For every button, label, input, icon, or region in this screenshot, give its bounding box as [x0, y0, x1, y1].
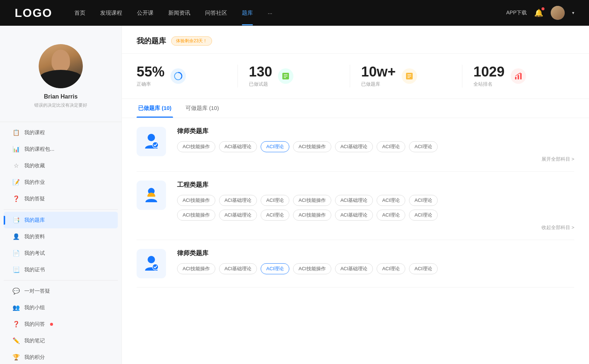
- tag-e1-r1-6[interactable]: ACI理论: [409, 195, 438, 206]
- svg-point-12: [148, 134, 155, 141]
- nav-qbank[interactable]: 题库: [242, 10, 253, 17]
- sidebar-item-my-collection[interactable]: ☆ 我的收藏: [4, 157, 118, 174]
- sidebar-item-my-bundle[interactable]: 📊 我的课程包...: [4, 141, 118, 157]
- tag-e1-r2-3[interactable]: ACI技能操作: [293, 210, 331, 221]
- menu-label-my-exam: 我的考试: [24, 250, 45, 257]
- navbar: LOGO 首页 发现课程 公开课 新闻资讯 问答社区 题库 ··· APP下载 …: [0, 0, 589, 26]
- tag-e1-r1-1[interactable]: ACI基础理论: [219, 195, 257, 206]
- collection-icon: ☆: [13, 162, 20, 169]
- tag-l2-3[interactable]: ACI技能操作: [293, 263, 331, 274]
- notification-bell[interactable]: 🔔: [534, 8, 543, 17]
- stat-accuracy-content: 55% 正确率: [137, 65, 165, 88]
- qa-icon: ❓: [13, 195, 20, 202]
- main-layout: Brian Harris 错误的决定比没有决定要好 📋 我的课程 📊 我的课程包…: [0, 26, 589, 364]
- tag-l1-4[interactable]: ACI基础理论: [335, 141, 373, 152]
- tag-e1-r2-5[interactable]: ACI理论: [377, 210, 405, 221]
- tag-e1-r1-3[interactable]: ACI技能操作: [293, 195, 331, 206]
- tag-e1-r2-0[interactable]: ACI技能操作: [177, 210, 215, 221]
- stat-banks-done-content: 10w+ 已做题库: [361, 65, 396, 88]
- main-content: 我的题库 体验剩余23天！ 55% 正确率: [121, 26, 589, 364]
- info-icon: 👤: [13, 233, 20, 240]
- logo: LOGO: [15, 6, 52, 20]
- tag-e1-r1-2[interactable]: ACI理论: [261, 195, 289, 206]
- user-avatar[interactable]: [551, 6, 565, 20]
- sidebar-item-my-cert[interactable]: 📃 我的证书: [4, 261, 118, 278]
- sidebar-item-my-exam[interactable]: 📄 我的考试: [4, 245, 118, 261]
- nav-news[interactable]: 新闻资讯: [168, 10, 190, 17]
- tag-l1-1[interactable]: ACI基础理论: [219, 141, 257, 152]
- tab-todo[interactable]: 可做题库 (10): [184, 99, 221, 118]
- tags-row1-engineer1: ACI技能操作 ACI基础理论 ACI理论 ACI技能操作 ACI基础理论 AC…: [177, 195, 574, 206]
- tag-l2-5[interactable]: ACI理论: [377, 263, 405, 274]
- menu-label-my-qbank: 我的题库: [24, 217, 45, 224]
- profile-avatar: [39, 44, 83, 88]
- nav-links: 首页 发现课程 公开课 新闻资讯 问答社区 题库 ···: [74, 10, 506, 17]
- menu-label-my-points: 我的积分: [24, 354, 45, 361]
- oneone-icon: 💬: [13, 288, 20, 295]
- tag-e1-r2-6[interactable]: ACI理论: [409, 210, 438, 221]
- stat-questions-done-value: 130: [249, 65, 272, 79]
- svg-rect-10: [518, 75, 519, 79]
- avatar-image: [39, 44, 83, 88]
- sidebar-item-my-group[interactable]: 👥 我的小组: [4, 299, 118, 316]
- tags-row2-engineer1: ACI技能操作 ACI基础理论 ACI理论 ACI技能操作 ACI基础理论 AC…: [177, 210, 574, 221]
- tag-l2-4[interactable]: ACI基础理论: [335, 263, 373, 274]
- stat-accuracy-icon: [170, 68, 186, 84]
- tag-l1-2[interactable]: ACI理论: [261, 141, 289, 152]
- points-icon: 🏆: [13, 354, 20, 361]
- tab-done[interactable]: 已做题库 (10): [137, 99, 173, 118]
- divider3: [4, 280, 118, 281]
- qbank-name-lawyer2: 律师类题库: [177, 249, 574, 257]
- tag-l1-3[interactable]: ACI技能操作: [293, 141, 331, 152]
- sidebar-item-my-points[interactable]: 🏆 我的积分: [4, 349, 118, 364]
- sidebar-item-my-info[interactable]: 👤 我的资料: [4, 228, 118, 245]
- tag-l2-6[interactable]: ACI理论: [409, 263, 438, 274]
- menu-label-my-info: 我的资料: [24, 233, 45, 240]
- qbank-name-lawyer1: 律师类题库: [177, 127, 574, 135]
- tag-e1-r2-2[interactable]: ACI理论: [261, 210, 289, 221]
- qbank-icon-lawyer1: [137, 127, 166, 156]
- sidebar-item-my-course[interactable]: 📋 我的课程: [4, 124, 118, 141]
- tag-l2-2[interactable]: ACI理论: [261, 263, 289, 274]
- expand-lawyer1[interactable]: 展开全部科目 >: [177, 156, 574, 163]
- expand-engineer1[interactable]: 收起全部科目 >: [177, 224, 574, 231]
- tag-l1-5[interactable]: ACI理论: [377, 141, 405, 152]
- tag-e1-r1-4[interactable]: ACI基础理论: [335, 195, 373, 206]
- homework-icon: 📝: [13, 179, 20, 186]
- tag-e1-r1-5[interactable]: ACI理论: [377, 195, 405, 206]
- nav-more[interactable]: ···: [268, 10, 272, 16]
- page-title: 我的题库: [137, 36, 166, 46]
- nav-home[interactable]: 首页: [74, 10, 85, 17]
- sidebar-item-my-questions[interactable]: ❓ 我的问答: [4, 316, 118, 332]
- tag-e1-r2-1[interactable]: ACI基础理论: [219, 210, 257, 221]
- tag-l1-0[interactable]: ACI技能操作: [177, 141, 215, 152]
- sidebar-item-my-homework[interactable]: 📝 我的作业: [4, 174, 118, 190]
- tag-l1-6[interactable]: ACI理论: [409, 141, 438, 152]
- qbank-icon-lawyer2: [137, 249, 166, 278]
- stat-rank-icon: [511, 68, 526, 84]
- qbank-icon: 📑: [13, 217, 20, 224]
- app-download-button[interactable]: APP下载: [506, 10, 527, 16]
- stat-banks-done: 10w+ 已做题库: [350, 65, 462, 88]
- user-dropdown-arrow[interactable]: ▾: [572, 10, 574, 15]
- sidebar-item-my-notes[interactable]: ✏️ 我的笔记: [4, 332, 118, 349]
- stat-banks-done-label: 已做题库: [361, 81, 396, 88]
- qbank-section-lawyer1: 律师类题库 ACI技能操作 ACI基础理论 ACI理论 ACI技能操作 ACI基…: [137, 118, 574, 172]
- menu-label-my-group: 我的小组: [24, 304, 45, 311]
- svg-point-17: [152, 264, 158, 270]
- stat-accuracy: 55% 正确率: [137, 65, 238, 88]
- sidebar-item-my-qa[interactable]: ❓ 我的答疑: [4, 190, 118, 207]
- tag-e1-r2-4[interactable]: ACI基础理论: [335, 210, 373, 221]
- sidebar-item-one-on-one[interactable]: 💬 一对一答疑: [4, 283, 118, 299]
- nav-qa[interactable]: 问答社区: [205, 10, 227, 17]
- tag-l2-1[interactable]: ACI基础理论: [219, 263, 257, 274]
- nav-open[interactable]: 公开课: [137, 10, 154, 17]
- exam-icon: 📄: [13, 250, 20, 257]
- tag-e1-r1-0[interactable]: ACI技能操作: [177, 195, 215, 206]
- menu-label-my-homework: 我的作业: [24, 179, 45, 186]
- nav-discover[interactable]: 发现课程: [100, 10, 122, 17]
- tag-l2-0[interactable]: ACI技能操作: [177, 263, 215, 274]
- sidebar-item-my-qbank[interactable]: 📑 我的题库: [4, 212, 118, 228]
- svg-point-13: [152, 142, 158, 148]
- trial-badge: 体验剩余23天！: [171, 36, 212, 46]
